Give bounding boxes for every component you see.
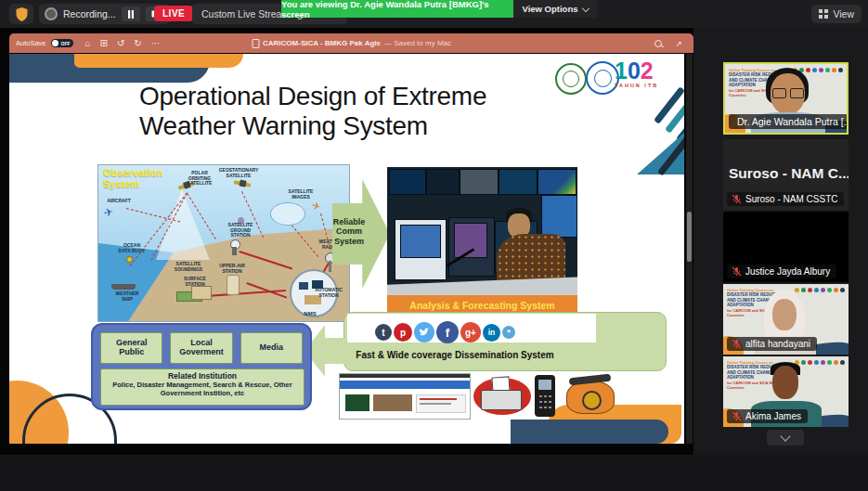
muted-mic-icon [732, 194, 742, 204]
audience-related-institution: Related Institution Police, Disaster Man… [100, 368, 304, 406]
obs-label-upper: UPPER-AIR STATION [215, 264, 249, 274]
pinterest-icon: p [394, 323, 412, 342]
obs-label-automatic: AUTOMATIC STATION [312, 288, 345, 298]
search-icon[interactable] [654, 40, 662, 47]
facebook-icon: f [436, 321, 459, 343]
view-label: View [833, 8, 854, 19]
telephone [566, 381, 615, 414]
view-button[interactable]: View [811, 5, 862, 23]
analysis-forecasting-photo: Analysis & Forecasting System [387, 167, 577, 316]
name-tag: alfita handayani [727, 337, 817, 351]
pause-recording-button[interactable] [122, 6, 140, 21]
home-icon[interactable]: ⌂ [85, 38, 91, 48]
chevron-down-icon [780, 431, 790, 441]
slide-decor-orange-bar [74, 54, 243, 68]
google-plus-icon: g+ [460, 322, 481, 342]
document-name: CARICOM-SICA - BMKG Pak Agie [263, 39, 381, 47]
comm-arrow-label: Reliable Comm System [332, 217, 366, 246]
surface-station-building [191, 286, 212, 300]
itb-logo-number: 102 [615, 58, 654, 84]
scroll-participants-button[interactable] [767, 430, 804, 446]
person-face [772, 366, 798, 399]
related-institution-body: Police, Disaster Management, Search & Re… [101, 381, 304, 397]
share-social-icon: * [502, 326, 515, 339]
redo-icon[interactable]: ↻ [134, 38, 141, 48]
powerpoint-titlebar: AutoSave OFF ⌂ ⊞ ↺ ↻ ⋯ CARICOM-SICA - BM… [9, 33, 693, 53]
muted-mic-icon [732, 266, 742, 277]
muted-mic-icon [732, 339, 742, 349]
viewing-banner-text: You are viewing Dr. Agie Wandala Putra [… [281, 0, 513, 19]
person-face [772, 299, 797, 330]
meeting-toolbar: Unmute Start Video Security 38 Participa… [0, 455, 868, 491]
video-tile-dr-agie[interactable]: Online Training Course on DISASTER RISK … [723, 62, 849, 135]
video-tile-justice[interactable]: Justice Jayda Albury [723, 212, 849, 282]
tumblr-icon: t [375, 324, 392, 341]
twitter-icon [414, 322, 434, 342]
recording-dot-icon [45, 7, 58, 20]
website-screenshot [339, 373, 471, 420]
upper-air-station [227, 275, 240, 295]
obs-label-polar: POLAR ORBITING SATELLITE [180, 171, 219, 187]
presentation-slide: 102 TAHUN ITB 102 Operational Design of … [9, 54, 684, 444]
autosave-state: OFF [61, 41, 71, 46]
geo-satellite [234, 180, 251, 187]
recording-control: Recording... [39, 4, 170, 24]
name-tag: Justice Jayda Albury [727, 265, 836, 278]
document-status: — Saved to my Mac [384, 39, 451, 47]
dissemination-banner: Fast & Wide coverage Dissemination Syste… [345, 350, 564, 360]
name-tag: Akima James [727, 409, 808, 423]
video-tile-suroso[interactable]: Suroso - NAM C... Suroso - NAM CSSTC [723, 139, 849, 210]
display-name-large: Suroso - NAM C... [729, 165, 849, 182]
observation-system-title: Observation System [103, 168, 179, 189]
recording-label: Recording... [63, 8, 116, 19]
more-commands-icon[interactable]: ⋯ [151, 38, 161, 48]
satellite-image-cloud [270, 202, 305, 226]
name-tag: Suroso - NAM CSSTC [727, 192, 844, 206]
ocean-buoy [126, 256, 133, 263]
save-icon[interactable]: ⊞ [100, 38, 108, 48]
linkedin-icon: in [483, 324, 500, 342]
aircraft2-icon: ✈ [310, 200, 321, 213]
undo-icon[interactable]: ↺ [117, 38, 124, 48]
chevron-down-icon [581, 4, 589, 11]
shield-icon [16, 7, 28, 21]
slide-decor-navy-shape [511, 420, 668, 444]
related-institution-title: Related Institution [101, 371, 304, 381]
obs-label-surface: SURFACE STATION [178, 277, 212, 287]
document-icon [252, 39, 259, 48]
obs-label-nms: NMS [299, 311, 321, 317]
audience-box: General Public Local Goverment Media Rel… [91, 323, 312, 410]
video-tile-akima[interactable]: Online Training Course on DISASTER RISK … [723, 356, 849, 427]
view-options-button[interactable]: View Options [513, 0, 597, 18]
mobile-phone [535, 375, 555, 417]
share-icon[interactable]: ↗ [675, 39, 682, 48]
audience-general-public: General Public [100, 332, 162, 364]
video-tile-alfita[interactable]: Online Training Course on DISASTER RISK … [723, 284, 849, 355]
document-title: CARICOM-SICA - BMKG Pak Agie — Saved to … [252, 39, 451, 48]
name-tag: Dr. Agie Wandala Putra [... [729, 114, 849, 129]
obs-label-geo: GEOSTATIONARY SATELLITE [217, 168, 260, 178]
pause-icon [127, 10, 135, 19]
obs-label-ground: SATELLITE GROUND STATION [223, 223, 258, 239]
ground-station-tower [232, 247, 237, 255]
wmo-logo [555, 63, 587, 95]
scrollbar-thumb[interactable] [687, 212, 692, 262]
obs-label-ship: WEATHER SHIP [113, 291, 141, 302]
participants-video-panel: Online Training Course on DISASTER RISK … [693, 28, 868, 455]
audience-local-government: Local Goverment [170, 332, 232, 364]
audience-media: Media [240, 332, 303, 364]
autosave-toggle[interactable]: OFF [51, 39, 73, 47]
viewing-banner: You are viewing Dr. Agie Wandala Putra [… [281, 0, 513, 18]
weather-radar-tower [329, 261, 331, 272]
live-badge: LIVE [154, 6, 193, 21]
obs-label-buoy: OCEAN DATA BUOY [117, 243, 147, 253]
glasses [790, 88, 804, 98]
obs-label-soundings: SATELLITE SOUNDINGS [169, 262, 208, 272]
obs-label-aircraft: AIRCRAFT [104, 199, 134, 204]
glasses [772, 88, 786, 98]
view-options-label: View Options [522, 4, 577, 14]
privacy-shield-button[interactable] [9, 4, 33, 24]
fax-body [481, 390, 522, 410]
zoom-meeting-window: Recording... LIVE Custom Live Streaming … [0, 0, 868, 491]
social-icons-row: t p f g+ in * [375, 321, 517, 343]
